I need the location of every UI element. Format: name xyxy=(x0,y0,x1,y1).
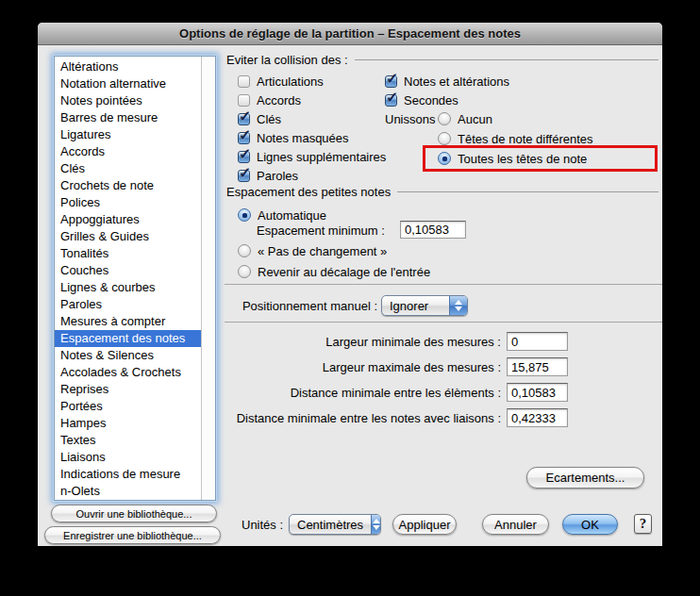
check-icon: ✓ xyxy=(239,164,251,182)
field-label: Largeur minimale des mesures : xyxy=(66,335,501,349)
checkbox-label: Articulations xyxy=(257,74,324,89)
minimum-measure-width-input[interactable] xyxy=(507,332,568,351)
checkbox-lignes-supplementaires[interactable]: ✓ Lignes supplémentaires xyxy=(238,149,386,164)
checkbox-checked-icon: ✓ xyxy=(238,132,250,144)
radio-pas-de-changement[interactable]: « Pas de changement » xyxy=(238,243,387,258)
units-select[interactable]: Centimètres xyxy=(289,514,381,535)
checkbox-articulations[interactable]: Articulations xyxy=(238,74,324,89)
checkbox-checked-icon: ✓ xyxy=(238,151,250,163)
ok-button[interactable]: OK xyxy=(562,514,618,535)
popup-stepper-icon xyxy=(449,296,467,315)
checkbox-checked-icon: ✓ xyxy=(385,94,397,107)
sidebar-item[interactable]: Notes pointées xyxy=(55,92,202,109)
min-distance-tied-notes-input[interactable] xyxy=(507,408,568,427)
checkbox-notes-masquees[interactable]: ✓ Notes masquées xyxy=(238,130,349,145)
divider xyxy=(225,284,662,285)
units-label: Unités : xyxy=(242,518,283,532)
window-titlebar: Options de réglage de la partition – Esp… xyxy=(38,23,662,45)
radio-selected-icon xyxy=(238,208,251,222)
check-icon: ✓ xyxy=(239,126,251,144)
field-label: Distance minimale entre les notes avec l… xyxy=(66,411,501,425)
radio-unissons-aucun[interactable]: Aucun xyxy=(438,111,492,126)
category-list-items: Altérations Notation alternative Notes p… xyxy=(55,58,202,500)
checkbox-secondes[interactable]: ✓ Secondes xyxy=(385,92,458,108)
checkbox-notes-et-alterations[interactable]: ✓ Notes et altérations xyxy=(385,74,509,89)
min-distance-elements-input[interactable] xyxy=(507,383,568,402)
ecartements-button[interactable]: Ecartements... xyxy=(526,467,644,488)
sidebar-item[interactable]: Accords xyxy=(55,143,202,160)
collision-legend: Eviter la collision des : xyxy=(226,53,348,67)
manual-positioning-label: Positionnement manuel : xyxy=(225,299,377,313)
checkbox-cles[interactable]: ✓ Clés xyxy=(238,111,281,126)
radio-icon xyxy=(238,244,251,257)
checkbox-checked-icon: ✓ xyxy=(238,113,250,125)
radio-label: Automatique xyxy=(258,208,326,223)
radio-label: Aucun xyxy=(458,112,492,126)
arrow-up-icon xyxy=(373,519,380,523)
section-rule xyxy=(397,191,658,192)
field-label: Largeur maximale des mesures : xyxy=(66,360,501,374)
checkbox-checked-icon: ✓ xyxy=(385,75,397,88)
field-label: Distance minimale entre les élèments : xyxy=(66,386,501,400)
dialog-window: Options de réglage de la partition – Esp… xyxy=(38,23,662,546)
radio-automatique[interactable]: Automatique xyxy=(238,207,326,223)
sidebar-item[interactable]: Appoggiatures xyxy=(55,211,202,228)
sidebar-item[interactable]: n-Olets xyxy=(55,483,202,500)
unissons-label: Unissons : xyxy=(385,112,442,126)
section-rule xyxy=(355,59,658,60)
small-notes-legend-row: Espacement des petites notes xyxy=(226,184,658,199)
small-notes-legend: Espacement des petites notes xyxy=(226,185,391,199)
cancel-button[interactable]: Annuler xyxy=(482,514,549,535)
divider xyxy=(225,322,662,323)
checkbox-icon xyxy=(238,75,250,88)
manual-positioning-select[interactable]: Ignorer xyxy=(381,295,468,316)
sidebar-item[interactable]: Indications de mesure xyxy=(55,466,202,483)
sidebar-item[interactable]: Lignes & courbes xyxy=(55,279,202,296)
sidebar-item[interactable]: Liaisons xyxy=(55,449,202,466)
checkbox-accords[interactable]: Accords xyxy=(238,92,301,108)
sidebar-item[interactable]: Crochets de note xyxy=(55,177,202,194)
sidebar-item[interactable]: Barres de mesure xyxy=(55,109,202,126)
sidebar-item[interactable]: Tonalités xyxy=(55,245,202,262)
sidebar-item[interactable]: Altérations xyxy=(55,58,202,75)
sidebar-item[interactable]: Couches xyxy=(55,262,202,279)
maximum-measure-width-input[interactable] xyxy=(507,357,568,376)
help-button[interactable]: ? xyxy=(634,514,652,534)
list-scrollbar[interactable] xyxy=(201,57,215,500)
window-title: Options de réglage de la partition – Esp… xyxy=(179,26,521,41)
collision-legend-row: Eviter la collision des : xyxy=(226,52,658,67)
checkbox-paroles[interactable]: ✓ Paroles xyxy=(238,168,298,183)
radio-label: « Pas de changement » xyxy=(258,244,387,258)
category-list: Altérations Notation alternative Notes p… xyxy=(54,56,216,501)
sidebar-item[interactable]: Polices xyxy=(55,194,202,211)
checkbox-icon xyxy=(238,94,250,107)
arrow-down-icon xyxy=(373,525,380,530)
check-icon: ✓ xyxy=(386,70,398,88)
radio-label: Revenir au décalage de l'entrée xyxy=(258,265,430,279)
arrow-down-icon xyxy=(455,306,462,311)
radio-revenir-decalage[interactable]: Revenir au décalage de l'entrée xyxy=(238,264,430,279)
minimum-spacing-input[interactable] xyxy=(400,221,466,239)
annotation-rectangle xyxy=(423,145,658,172)
check-icon: ✓ xyxy=(386,89,398,107)
apply-button[interactable]: Appliquer xyxy=(392,514,457,535)
checkbox-label: Accords xyxy=(257,93,301,108)
radio-icon xyxy=(438,132,451,145)
sidebar-item[interactable]: Notation alternative xyxy=(55,75,202,92)
checkbox-label: Notes et altérations xyxy=(404,74,509,89)
min-spacing-label: Espacement minimum : xyxy=(257,224,385,238)
radio-unissons-tetes-differentes[interactable]: Têtes de note différentes xyxy=(438,131,593,146)
check-icon: ✓ xyxy=(239,108,251,125)
save-library-button[interactable]: Enregistrer une bibliothèque... xyxy=(44,526,221,544)
radio-icon xyxy=(238,265,251,278)
open-library-button[interactable]: Ouvrir une bibliothèque... xyxy=(51,505,217,522)
manual-positioning-value: Ignorer xyxy=(382,296,449,315)
sidebar-item[interactable]: Clés xyxy=(55,160,202,177)
sidebar-item[interactable]: Mesures à compter xyxy=(55,313,202,330)
sidebar-item[interactable]: Ligatures xyxy=(55,126,202,143)
sidebar-item[interactable]: Paroles xyxy=(55,296,202,313)
units-value: Centimètres xyxy=(290,515,371,534)
checkbox-label: Paroles xyxy=(257,169,298,183)
sidebar-item[interactable]: Grilles & Guides xyxy=(55,228,202,245)
sidebar-item[interactable]: Textes xyxy=(55,432,202,449)
